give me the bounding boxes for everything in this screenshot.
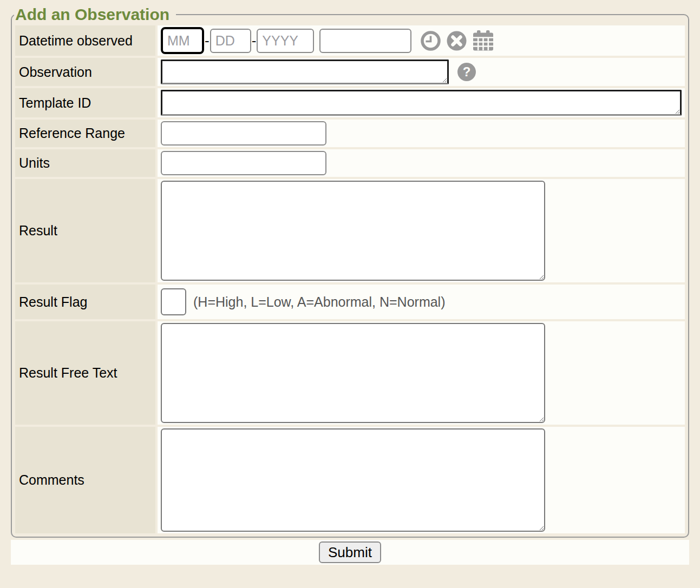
observation-form-table: Datetime observed - -: [13, 23, 687, 536]
datetime-observed-label: Datetime observed: [15, 25, 155, 56]
row-template-id: Template ID: [15, 88, 685, 117]
result-flag-hint: (H=High, L=Low, A=Abnormal, N=Normal): [193, 294, 446, 310]
calendar-icon[interactable]: [472, 30, 494, 51]
result-label: Result: [15, 179, 155, 282]
clock-icon[interactable]: [420, 30, 441, 51]
date-separator: -: [205, 32, 210, 49]
row-result-flag: Result Flag (H=High, L=Low, A=Abnormal, …: [15, 285, 685, 319]
row-result-free-text: Result Free Text: [15, 321, 685, 425]
row-observation: Observation ?: [15, 58, 685, 86]
page-title: Add an Observation: [14, 5, 176, 23]
row-comments: Comments: [15, 427, 685, 533]
result-free-text-label: Result Free Text: [15, 321, 155, 425]
result-flag-input[interactable]: [161, 288, 186, 315]
submit-button[interactable]: Submit: [319, 541, 381, 563]
help-icon[interactable]: ?: [456, 62, 477, 82]
result-input[interactable]: [161, 181, 545, 281]
observation-input[interactable]: [161, 60, 449, 84]
svg-text:?: ?: [463, 64, 471, 79]
result-flag-label: Result Flag: [15, 285, 155, 319]
row-reference-range: Reference Range: [15, 120, 685, 147]
add-observation-page: Add an Observation Datetime observed - -: [0, 5, 700, 565]
row-datetime-observed: Datetime observed - -: [15, 25, 685, 56]
add-observation-fieldset: Add an Observation Datetime observed - -: [11, 5, 689, 538]
datetime-year-input[interactable]: [257, 29, 314, 53]
datetime-time-input[interactable]: [319, 29, 411, 53]
reference-range-input[interactable]: [161, 121, 326, 146]
template-id-label: Template ID: [15, 88, 155, 117]
datetime-icon-group: [420, 30, 494, 51]
observation-label: Observation: [15, 58, 155, 86]
datetime-month-input[interactable]: [161, 27, 204, 54]
row-units: Units: [15, 149, 685, 177]
units-label: Units: [15, 149, 155, 177]
result-free-text-input[interactable]: [161, 323, 545, 423]
units-input[interactable]: [161, 151, 326, 175]
reference-range-label: Reference Range: [15, 120, 155, 147]
comments-input[interactable]: [161, 428, 545, 532]
comments-label: Comments: [15, 427, 155, 533]
submit-row: Submit: [11, 540, 689, 565]
date-separator: -: [252, 32, 257, 49]
clear-icon[interactable]: [446, 30, 467, 51]
template-id-input[interactable]: [161, 90, 682, 116]
datetime-day-input[interactable]: [210, 29, 251, 53]
row-result: Result: [15, 179, 685, 282]
